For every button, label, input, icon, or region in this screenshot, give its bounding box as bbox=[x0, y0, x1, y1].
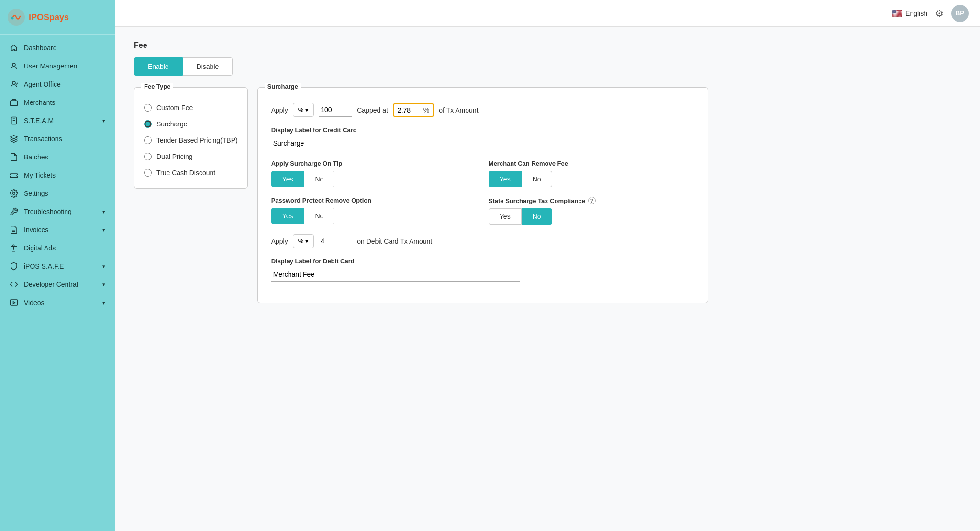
sidebar-item-settings[interactable]: Settings bbox=[0, 184, 115, 203]
sidebar-item-user-management[interactable]: User Management bbox=[0, 57, 115, 75]
sidebar-label-videos: Videos bbox=[24, 299, 45, 306]
tender-based-radio[interactable] bbox=[144, 136, 152, 144]
custom-fee-radio[interactable] bbox=[144, 104, 152, 112]
debit-value-input[interactable] bbox=[319, 234, 352, 248]
merchant-remove-fee-label: Merchant Can Remove Fee bbox=[489, 160, 694, 167]
apply-surcharge-tip-group: Apply Surcharge On Tip Yes No bbox=[271, 160, 477, 187]
fee-type-panel: Fee Type Custom Fee Surcharge Tender bbox=[134, 87, 248, 189]
troubleshooting-icon bbox=[10, 207, 18, 216]
apply-surcharge-tip-no[interactable]: No bbox=[304, 171, 334, 187]
sidebar-label-user-management: User Management bbox=[24, 62, 79, 70]
true-cash-radio[interactable] bbox=[144, 169, 152, 177]
surcharge-label: Surcharge bbox=[156, 120, 188, 128]
display-label-credit-input[interactable] bbox=[271, 136, 520, 150]
developer-central-icon bbox=[10, 280, 18, 289]
debit-percent-select[interactable]: % ▾ bbox=[293, 234, 314, 248]
logo-text: iPOSpays bbox=[29, 12, 69, 23]
sidebar-item-troubleshooting[interactable]: Troubleshooting ▾ bbox=[0, 203, 115, 221]
sidebar-item-merchants[interactable]: Merchants bbox=[0, 93, 115, 112]
state-surcharge-label: State Surcharge Tax Compliance ? bbox=[489, 197, 694, 204]
sidebar-item-batches[interactable]: Batches bbox=[0, 148, 115, 166]
apply-value-input[interactable] bbox=[319, 103, 352, 117]
fee-type-dual-pricing[interactable]: Dual Pricing bbox=[144, 153, 238, 160]
svg-marker-14 bbox=[13, 302, 15, 304]
sidebar-item-developer-central[interactable]: Developer Central ▾ bbox=[0, 275, 115, 294]
sidebar-item-digital-ads[interactable]: Digital Ads bbox=[0, 239, 115, 257]
display-label-debit-label: Display Label for Debit Card bbox=[271, 258, 694, 265]
debit-apply-row: Apply % ▾ on Debit Card Tx Amount bbox=[271, 234, 694, 248]
fee-body: Fee Type Custom Fee Surcharge Tender bbox=[134, 87, 708, 303]
sidebar-item-videos[interactable]: Videos ▾ bbox=[0, 294, 115, 312]
password-protect-toggle: Yes No bbox=[271, 208, 477, 224]
sidebar-item-my-tickets[interactable]: My Tickets bbox=[0, 166, 115, 184]
surcharge-radio[interactable] bbox=[144, 120, 152, 128]
sidebar-item-ipos-safe[interactable]: iPOS S.A.F.E ▾ bbox=[0, 257, 115, 275]
settings-button[interactable]: ⚙ bbox=[935, 8, 944, 19]
fee-type-true-cash[interactable]: True Cash Discount bbox=[144, 169, 238, 177]
videos-icon bbox=[10, 298, 18, 307]
password-protect-label: Password Protect Remove Option bbox=[271, 197, 477, 204]
sidebar-label-merchants: Merchants bbox=[24, 99, 55, 106]
home-icon bbox=[10, 44, 18, 52]
state-surcharge-no[interactable]: No bbox=[522, 208, 552, 225]
dual-pricing-radio[interactable] bbox=[144, 153, 152, 160]
enable-button[interactable]: Enable bbox=[134, 57, 183, 76]
percent-chevron-icon: ▾ bbox=[305, 106, 309, 113]
sidebar-item-steam[interactable]: S.T.E.A.M ▾ bbox=[0, 112, 115, 130]
language-label: English bbox=[905, 10, 927, 17]
user-avatar[interactable]: BP bbox=[951, 5, 969, 22]
state-surcharge-info-icon[interactable]: ? bbox=[588, 197, 596, 204]
svg-rect-4 bbox=[11, 101, 18, 106]
apply-label: Apply bbox=[271, 106, 288, 114]
language-selector[interactable]: 🇺🇸 English bbox=[892, 8, 927, 19]
sidebar-item-transactions[interactable]: Transactions bbox=[0, 130, 115, 148]
batches-icon bbox=[10, 153, 18, 161]
fee-type-tender-based[interactable]: Tender Based Pricing(TBP) bbox=[144, 136, 238, 144]
sidebar-label-settings: Settings bbox=[24, 190, 48, 197]
merchant-remove-fee-yes[interactable]: Yes bbox=[489, 171, 522, 187]
apply-surcharge-tip-yes[interactable]: Yes bbox=[271, 171, 304, 187]
password-protect-yes[interactable]: Yes bbox=[271, 208, 304, 224]
debit-apply-label: Apply bbox=[271, 237, 288, 245]
main-container: 🇺🇸 English ⚙ BP Fee Enable Disable Fee T… bbox=[115, 0, 980, 531]
sidebar-item-invoices[interactable]: Invoices ▾ bbox=[0, 221, 115, 239]
fee-type-custom-fee[interactable]: Custom Fee bbox=[144, 104, 238, 112]
display-label-credit-group: Display Label for Credit Card bbox=[271, 126, 694, 150]
sidebar-label-developer-central: Developer Central bbox=[24, 281, 78, 288]
dev-central-chevron: ▾ bbox=[102, 282, 105, 288]
fee-title: Fee bbox=[134, 41, 708, 50]
capped-pct: % bbox=[423, 106, 429, 114]
agent-office-icon bbox=[10, 80, 18, 89]
debit-on-label: on Debit Card Tx Amount bbox=[357, 237, 432, 245]
fee-type-surcharge[interactable]: Surcharge bbox=[144, 120, 238, 128]
surcharge-content: Apply % ▾ Capped at % of Tx Amou bbox=[271, 103, 694, 282]
svg-point-1 bbox=[11, 17, 14, 20]
state-surcharge-group: State Surcharge Tax Compliance ? Yes No bbox=[489, 197, 694, 225]
sidebar-label-my-tickets: My Tickets bbox=[24, 171, 56, 179]
logo-icon bbox=[8, 9, 25, 26]
topbar: 🇺🇸 English ⚙ BP bbox=[115, 0, 980, 27]
display-label-debit-input[interactable] bbox=[271, 268, 520, 282]
merchant-remove-fee-group: Merchant Can Remove Fee Yes No bbox=[489, 160, 694, 187]
transactions-icon bbox=[10, 135, 18, 143]
tender-based-label: Tender Based Pricing(TBP) bbox=[156, 136, 238, 144]
troubleshooting-chevron: ▾ bbox=[102, 209, 105, 215]
debit-percent-option: % bbox=[298, 237, 304, 245]
sidebar-item-agent-office[interactable]: Agent Office bbox=[0, 75, 115, 93]
svg-point-3 bbox=[12, 81, 15, 84]
fee-section: Fee Enable Disable Fee Type Custom Fee bbox=[134, 41, 708, 303]
password-protect-no[interactable]: No bbox=[304, 208, 334, 224]
merchant-remove-fee-no[interactable]: No bbox=[522, 171, 552, 187]
svg-point-2 bbox=[12, 63, 15, 66]
enable-disable-toggle: Enable Disable bbox=[134, 57, 708, 76]
settings-icon bbox=[10, 189, 18, 198]
capped-value-input[interactable] bbox=[398, 106, 422, 114]
percent-select[interactable]: % ▾ bbox=[293, 103, 314, 117]
disable-button[interactable]: Disable bbox=[183, 57, 233, 76]
apply-row: Apply % ▾ Capped at % of Tx Amou bbox=[271, 103, 694, 117]
tx-amount-label: of Tx Amount bbox=[439, 106, 478, 114]
sidebar: iPOSpays Dashboard User Management Agent… bbox=[0, 0, 115, 531]
sidebar-label-invoices: Invoices bbox=[24, 226, 48, 234]
sidebar-item-dashboard[interactable]: Dashboard bbox=[0, 39, 115, 57]
state-surcharge-yes[interactable]: Yes bbox=[489, 208, 522, 225]
